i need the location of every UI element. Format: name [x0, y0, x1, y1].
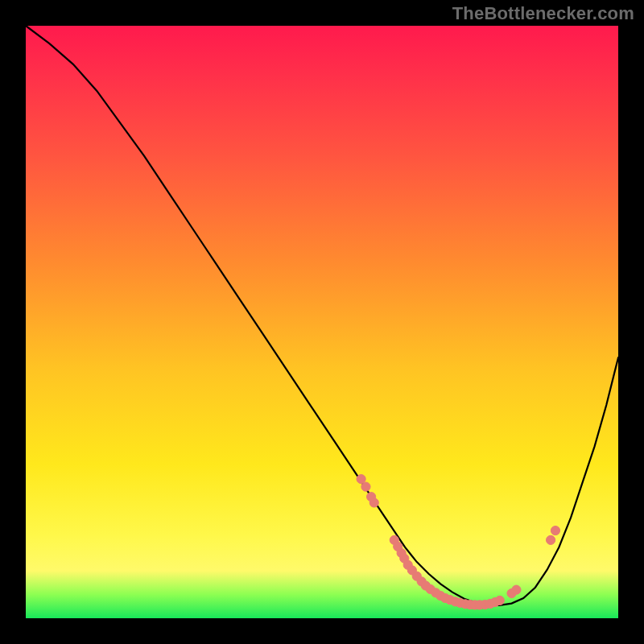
data-marker [369, 498, 378, 507]
data-marker [547, 535, 555, 544]
plot-area [26, 26, 618, 618]
bottleneck-curve [26, 26, 618, 605]
data-marker [495, 596, 504, 605]
data-marker [361, 482, 370, 491]
data-markers [357, 474, 560, 609]
chart-wrapper: TheBottlenecker.com [0, 0, 644, 644]
attribution-label: TheBottlenecker.com [452, 3, 634, 24]
data-marker [551, 526, 559, 535]
chart-svg [26, 26, 618, 618]
data-marker [512, 585, 521, 594]
